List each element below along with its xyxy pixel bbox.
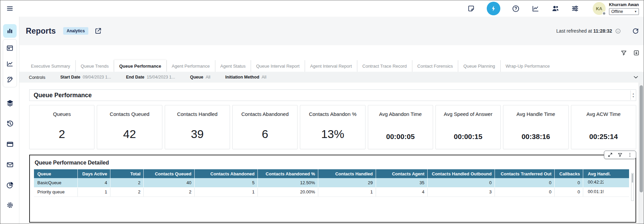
col-avg-handle[interactable]: Avg Handl. (583, 169, 629, 178)
controls-bar: Controls Start Date 09/04/2023 1... End … (19, 72, 644, 83)
control-start-date[interactable]: Start Date 09/04/2023 1... (60, 75, 111, 80)
col-contacts-queued[interactable]: Contacts Queued (143, 169, 194, 178)
kpi-card-avg-handle-time: Avg Handle Time 00:38:16 (503, 105, 568, 149)
topbar-actions: KA Khurram Awan Offline ▾ (467, 2, 644, 15)
window-icon (6, 140, 14, 148)
sidebar-item-settings[interactable] (3, 198, 17, 212)
design-tools-icon (6, 76, 14, 83)
sidebar-item-design[interactable] (3, 73, 17, 86)
line-chart-icon (6, 60, 14, 68)
col-contacts-handled-outbound[interactable]: Contacts Handled Outbound (427, 169, 495, 178)
user-cluster: KA Khurram Awan Offline ▾ (593, 2, 639, 15)
help-icon[interactable] (512, 4, 520, 13)
avatar[interactable]: KA (593, 2, 606, 15)
status-select[interactable]: Offline ▾ (609, 8, 639, 15)
widget-toolbar (604, 151, 636, 159)
app-window: KA Khurram Awan Offline ▾ (0, 0, 644, 224)
sidebar-item-schedule[interactable] (3, 41, 17, 55)
widget-title: Queue Performance Detailed (35, 160, 631, 166)
analytics-badge: Analytics (63, 27, 88, 35)
kpi-card-contacts-abandon-pct: Contacts Abandon % 13% (300, 105, 365, 149)
menu-icon[interactable] (4, 3, 16, 14)
col-callbacks[interactable]: Callbacks (554, 169, 583, 178)
notes-icon[interactable] (467, 4, 475, 13)
report-content: Queue Performance ▲▼ Queues 2 Contacts Q… (19, 83, 644, 223)
kpi-card-avg-speed-of-answer: Avg Speed of Answer 00:00:15 (435, 105, 501, 149)
expand-icon[interactable] (608, 152, 613, 157)
avatar-initials: KA (596, 6, 602, 11)
col-contacts-abandoned-pct[interactable]: Contacts Abandoned % (257, 169, 318, 178)
download-icon[interactable] (633, 50, 640, 56)
tab-contract-trace-record[interactable]: Contract Trace Record (357, 60, 412, 72)
section-header: Queue Performance ▲▼ (29, 89, 636, 101)
refresh-icon[interactable] (632, 28, 639, 34)
tab-queue-planning[interactable]: Queue Planning (458, 60, 500, 72)
user-name: Khurram Awan (609, 2, 639, 7)
tab-executive-summary[interactable]: Executive Summary (26, 60, 75, 72)
stepper-up-icon: ▲ (632, 92, 634, 95)
page-scrollbar[interactable] (639, 83, 644, 224)
table-row-priority-queue[interactable]: Priority queue 1 2 2 1 20.00% 1 4 3 0 0 (34, 187, 629, 196)
kpi-card-queues: Queues 2 (29, 105, 94, 149)
filter-icon[interactable] (621, 50, 627, 56)
envelope-icon (6, 161, 14, 169)
tab-queue-trends[interactable]: Queue Trends (75, 60, 114, 72)
external-link-icon[interactable] (94, 27, 102, 35)
last-refreshed-text: Last refreshed at 11:28:32 (556, 28, 612, 34)
realtime-metrics-icon[interactable] (487, 2, 500, 15)
col-total[interactable]: Total (110, 169, 143, 178)
users-icon[interactable] (551, 4, 559, 13)
section-title: Queue Performance (34, 92, 92, 99)
page-title: Reports (26, 27, 56, 36)
control-initiation-method[interactable]: Initiation Method All (225, 75, 266, 80)
tab-queue-interval-report[interactable]: Queue Interval Report (251, 60, 305, 72)
metrics-chart-icon[interactable] (532, 4, 540, 13)
tab-agent-interval-report[interactable]: Agent Interval Report (305, 60, 357, 72)
sidebar-item-browser[interactable] (3, 137, 17, 151)
kebab-menu-icon[interactable] (627, 152, 632, 157)
col-days-active[interactable]: Days Active (77, 169, 110, 178)
sidebar-item-trends[interactable] (3, 57, 17, 71)
kpi-card-contacts-handled: Contacts Handled 39 (165, 105, 230, 149)
sidebar (0, 17, 19, 224)
controls-label: Controls (29, 75, 45, 80)
calendar-icon (6, 44, 14, 52)
control-queue[interactable]: Queue All (190, 75, 210, 80)
chevron-down-icon: ▾ (635, 10, 637, 13)
kpi-row: Queues 2 Contacts Queued 42 Contacts Han… (29, 105, 636, 149)
queue-performance-table: Queue Days Active Total Contacts Queued … (34, 169, 629, 197)
col-contacts-agent[interactable]: Contacts Agent (376, 169, 427, 178)
tab-contact-forensics[interactable]: Contact Forensics (412, 60, 458, 72)
settings-sliders-icon[interactable] (571, 4, 579, 13)
kpi-card-contacts-abandoned: Contacts Abandoned 6 (232, 105, 298, 149)
page-header: Reports Analytics Last refreshed at 11:2… (19, 17, 644, 45)
history-icon (6, 120, 14, 127)
tab-wrap-up-performance[interactable]: Wrap-Up Performance (500, 60, 555, 72)
tab-queue-performance[interactable]: Queue Performance (114, 60, 166, 72)
col-contacts-tranferred-out[interactable]: Contacts Tranferred Out (495, 169, 554, 178)
sidebar-item-history[interactable] (3, 117, 17, 130)
tab-agent-performance[interactable]: Agent Performance (166, 60, 215, 72)
sidebar-item-reports-pie[interactable] (3, 178, 17, 192)
report-toolbar (19, 45, 644, 60)
sidebar-item-modules[interactable] (3, 96, 17, 110)
table-row-basicqueue[interactable]: BasicQueue 4 2 40 5 12.50% 29 35 0 0 0 (34, 178, 629, 187)
kpi-card-avg-abandon-time: Avg Abandon Time 00:00:05 (368, 105, 433, 149)
sidebar-item-analytics[interactable] (3, 24, 17, 38)
pie-chart-icon (6, 181, 14, 189)
status-dot (602, 12, 606, 15)
widget-scrollbar[interactable] (631, 173, 634, 201)
sidebar-item-mail[interactable] (3, 158, 17, 171)
tab-agent-status[interactable]: Agent Status (215, 60, 251, 72)
widget-filter-icon[interactable] (618, 152, 623, 157)
col-queue[interactable]: Queue (34, 169, 77, 178)
control-end-date[interactable]: End Date 15/04/2023 1... (126, 75, 175, 80)
col-contacts-abandoned[interactable]: Contacts Abandoned (194, 169, 257, 178)
page-scrollbar-thumb[interactable] (640, 85, 643, 192)
section-stepper[interactable]: ▲▼ (630, 90, 636, 100)
col-contacts-handled[interactable]: Contacts Handled (318, 169, 376, 178)
layers-icon (6, 99, 14, 107)
controls-collapse-chevron-icon[interactable] (633, 74, 639, 80)
info-icon[interactable] (615, 28, 621, 34)
table-header-row: Queue Days Active Total Contacts Queued … (34, 169, 629, 178)
